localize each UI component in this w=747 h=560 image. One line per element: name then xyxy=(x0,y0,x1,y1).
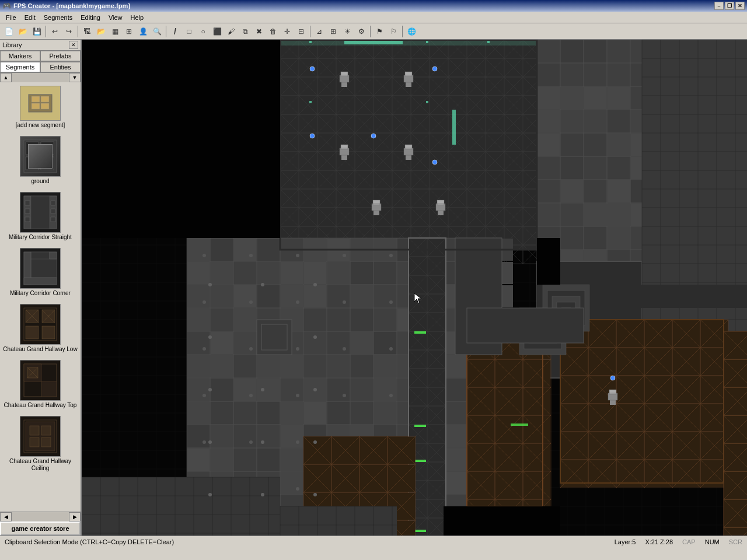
new-button[interactable]: 📄 xyxy=(2,25,15,38)
map-viewport[interactable] xyxy=(82,40,747,536)
prefabs-button[interactable]: ⊞ xyxy=(123,25,135,38)
scroll-right-button[interactable]: ▶ xyxy=(69,512,81,522)
delete-button[interactable]: 🗑 xyxy=(267,25,280,38)
flag2-button[interactable]: ⚐ xyxy=(387,25,400,38)
tab-segments[interactable]: Segments xyxy=(0,62,40,72)
segment-item-add-new[interactable]: [add new segment] xyxy=(1,85,79,130)
open-button[interactable]: 📂 xyxy=(16,25,29,38)
svg-rect-24 xyxy=(24,278,57,285)
flag1-button[interactable]: ⚑ xyxy=(373,25,386,38)
segment-item-chateau-low[interactable]: Chateau Grand Hallway Low xyxy=(1,303,79,354)
segments-button[interactable]: ▦ xyxy=(109,25,121,38)
sidebar: Library ✕ Markers Prefabs Segments Entit… xyxy=(0,40,82,536)
lighting-button[interactable]: ☀ xyxy=(341,25,354,38)
svg-rect-16 xyxy=(25,217,30,222)
menu-view[interactable]: View xyxy=(105,13,126,22)
copy-button[interactable]: ⊟ xyxy=(295,25,308,38)
draw-circle-button[interactable]: ○ xyxy=(197,25,210,38)
tab-prefabs[interactable]: Prefabs xyxy=(40,51,81,61)
library-tabs-row1: Markers Prefabs xyxy=(0,51,81,62)
paint-button[interactable]: 🖌 xyxy=(225,25,238,38)
undo-button[interactable]: ↩ xyxy=(48,25,61,38)
cap-indicator: CAP xyxy=(682,538,696,545)
menu-help[interactable]: Help xyxy=(127,13,148,22)
layer-indicator: Layer:5 xyxy=(615,538,636,545)
segment-thumb-chateau-ceil xyxy=(20,416,61,457)
coords-indicator: X:21 Z:28 xyxy=(645,538,673,545)
segment-label-add-new: [add new segment] xyxy=(16,122,65,129)
segment-thumb-mil-corner xyxy=(20,248,61,289)
close-button[interactable]: ✕ xyxy=(735,2,745,10)
select-button[interactable]: ✛ xyxy=(281,25,294,38)
statusbar-right: Layer:5 X:21 Z:28 CAP NUM SCR xyxy=(615,538,742,545)
segment-label-ground: ground xyxy=(31,178,49,185)
segment-item-chateau-top[interactable]: Chateau Grand Hallway Top xyxy=(1,359,79,410)
tab-markers[interactable]: Markers xyxy=(0,51,40,61)
entities-button[interactable]: 👤 xyxy=(137,25,149,38)
scroll-left-button[interactable]: ◀ xyxy=(0,512,12,522)
library-title: Library xyxy=(2,41,22,48)
svg-rect-13 xyxy=(31,196,50,229)
segment-thumb-ground xyxy=(20,136,61,177)
svg-rect-5 xyxy=(24,140,57,173)
segment-thumb-chateau-low xyxy=(20,304,61,345)
open2-button[interactable]: 📂 xyxy=(95,25,107,38)
draw-rect-button[interactable]: □ xyxy=(183,25,196,38)
svg-rect-6 xyxy=(26,142,39,155)
sep6 xyxy=(402,26,403,37)
svg-rect-19 xyxy=(51,217,55,222)
segment-item-chateau-ceil[interactable]: Chateau Grand Hallway Ceiling xyxy=(1,415,79,473)
segment-item-mil-straight[interactable]: Military Corridor Straight xyxy=(1,191,79,242)
sep5 xyxy=(370,26,371,37)
svg-rect-45 xyxy=(30,438,39,447)
grid-button[interactable]: ⊞ xyxy=(327,25,340,38)
redo-button[interactable]: ↪ xyxy=(62,25,75,38)
svg-rect-9 xyxy=(41,157,54,170)
chateau-low-icon xyxy=(23,307,58,342)
status-message: Clipboard Selection Mode (CTRL+C=Copy DE… xyxy=(5,538,174,545)
num-indicator: NUM xyxy=(705,538,720,545)
menu-segments[interactable]: Segments xyxy=(40,13,76,22)
tab-entities[interactable]: Entities xyxy=(40,62,81,72)
menu-edit[interactable]: Edit xyxy=(21,13,39,22)
svg-rect-15 xyxy=(25,209,30,214)
sep2 xyxy=(78,26,78,37)
zoom-button[interactable]: 🔍 xyxy=(151,25,163,38)
menu-editing[interactable]: Editing xyxy=(77,13,104,22)
svg-rect-29 xyxy=(26,326,39,339)
library-close-button[interactable]: ✕ xyxy=(69,41,78,49)
svg-rect-17 xyxy=(51,201,55,205)
fill-button[interactable]: ⬛ xyxy=(211,25,224,38)
map-canvas[interactable] xyxy=(82,40,747,536)
toolbar: 📄 📂 💾 ↩ ↪ 🏗 📂 ▦ ⊞ 👤 🔍 / □ ○ ⬛ 🖌 ⧉ ✖ 🗑 ✛ … xyxy=(0,23,747,40)
menu-file[interactable]: File xyxy=(2,13,20,22)
snap-button[interactable]: ⊿ xyxy=(313,25,326,38)
globe-button[interactable]: 🌐 xyxy=(405,25,418,38)
segment-label-chateau-low: Chateau Grand Hallway Low xyxy=(3,346,77,353)
scroll-track-bottom xyxy=(12,512,69,522)
sidebar-scroll: ◀ ▶ xyxy=(0,512,81,522)
draw-line-button[interactable]: / xyxy=(169,25,181,38)
app-icon: 🎮 xyxy=(2,2,11,10)
restore-button[interactable]: ❐ xyxy=(725,2,734,10)
save-button[interactable]: 💾 xyxy=(30,25,43,38)
build-button[interactable]: 🏗 xyxy=(81,25,93,38)
segment-label-chateau-top: Chateau Grand Hallway Top xyxy=(4,402,77,409)
store-button[interactable]: game creator store xyxy=(0,522,81,536)
main-layout: Library ✕ Markers Prefabs Segments Entit… xyxy=(0,40,747,536)
segment-thumb-chateau-top xyxy=(20,360,61,401)
scroll-down-btn-top[interactable]: ▼ xyxy=(69,73,81,82)
segment-thumb-add-new xyxy=(20,86,61,121)
svg-rect-2 xyxy=(41,96,49,102)
properties-button[interactable]: ⚙ xyxy=(355,25,368,38)
erase-button[interactable]: ✖ xyxy=(253,25,266,38)
scroll-up-button[interactable]: ▲ xyxy=(0,73,12,82)
clone-button[interactable]: ⧉ xyxy=(239,25,252,38)
scroll-track-top xyxy=(12,73,69,82)
segment-thumb-mil-straight xyxy=(20,192,61,233)
segment-item-ground[interactable]: ground xyxy=(1,135,79,186)
svg-rect-46 xyxy=(41,438,51,447)
add-segment-icon xyxy=(26,92,55,115)
minimize-button[interactable]: – xyxy=(714,2,724,10)
segment-item-mil-corner[interactable]: Military Corridor Corner xyxy=(1,247,79,298)
